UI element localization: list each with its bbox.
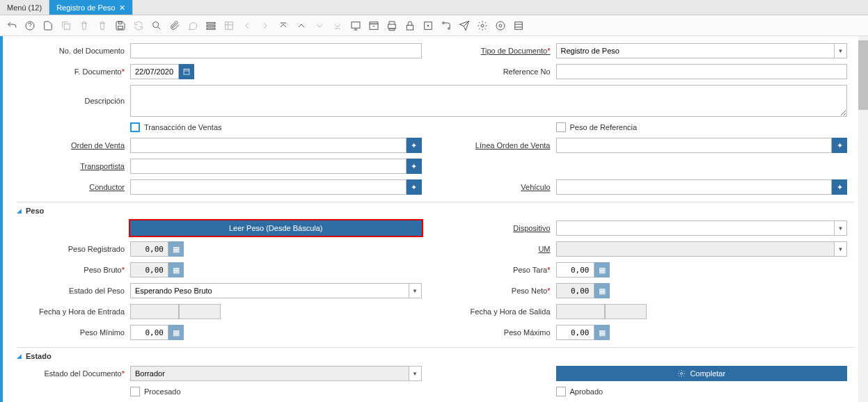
input-device[interactable] [556, 220, 835, 236]
input-vehicle[interactable] [556, 179, 833, 195]
chat-icon[interactable] [187, 19, 199, 32]
copy-icon[interactable] [60, 19, 72, 32]
tab-registro-peso[interactable]: Registro de Peso × [49, 0, 133, 15]
save-icon[interactable] [114, 19, 127, 32]
lookup-icon[interactable]: ✦ [407, 159, 422, 174]
lookup-icon[interactable]: ✦ [832, 138, 847, 153]
delete2-icon[interactable] [96, 19, 109, 32]
scrollbar[interactable] [858, 36, 868, 402]
label-doc-type[interactable]: Tipo de Documento* [443, 47, 551, 55]
input-shipper[interactable] [130, 159, 407, 174]
calc-icon[interactable]: ▦ [594, 262, 610, 278]
label-order[interactable]: Orden de Venta [17, 141, 125, 150]
input-in-date [130, 304, 179, 319]
first-icon[interactable] [277, 19, 290, 32]
refresh-icon[interactable] [132, 19, 145, 32]
chk-ref-weight[interactable] [556, 122, 566, 132]
help-icon[interactable] [24, 19, 36, 32]
chevron-down-icon[interactable]: ▼ [835, 241, 847, 257]
chevron-down-icon[interactable]: ▼ [835, 220, 847, 236]
label-device[interactable]: Dispositivo [443, 224, 551, 232]
undo-icon[interactable] [6, 19, 18, 32]
scrollbar-thumb[interactable] [858, 40, 868, 110]
input-tare[interactable] [556, 262, 594, 278]
svg-point-4 [153, 22, 159, 27]
calendar-icon[interactable] [179, 64, 194, 79]
svg-point-14 [448, 27, 450, 29]
process-icon[interactable] [494, 19, 507, 32]
collapse-icon: ◢ [17, 353, 22, 360]
calc-icon[interactable]: ▦ [168, 325, 184, 340]
down-icon[interactable] [313, 19, 326, 32]
label-processed: Procesado [144, 387, 181, 396]
label-reg-weight: Peso Registrado [17, 245, 125, 253]
input-order-line[interactable] [556, 138, 833, 153]
grid2-icon[interactable] [223, 19, 235, 32]
label-vehicle[interactable]: Vehículo [443, 183, 551, 191]
lookup-icon[interactable]: ✦ [832, 179, 847, 195]
lookup-icon[interactable]: ✦ [407, 179, 422, 195]
tab-bar: Menú (12) Registro de Peso × [0, 0, 868, 15]
chk-approved [556, 387, 566, 396]
next-icon[interactable] [259, 19, 271, 32]
section-peso[interactable]: ◢ Peso [17, 207, 854, 215]
report-icon[interactable] [349, 19, 362, 32]
workflow-icon[interactable] [440, 19, 452, 32]
input-weight-status[interactable] [130, 283, 409, 298]
input-um [556, 241, 835, 257]
send-icon[interactable] [458, 19, 471, 32]
label-um[interactable]: UM [443, 245, 551, 253]
input-max[interactable] [556, 325, 594, 340]
csv-icon[interactable] [512, 19, 525, 32]
input-order[interactable] [130, 138, 407, 153]
label-order-line[interactable]: Línea Orden de Venta [443, 141, 551, 150]
chevron-down-icon[interactable]: ▼ [409, 366, 422, 381]
svg-rect-10 [370, 24, 378, 29]
btn-complete[interactable]: Completar [556, 366, 848, 381]
calc-icon[interactable]: ▦ [594, 283, 610, 298]
prev-icon[interactable] [241, 19, 253, 32]
calc-icon[interactable]: ▦ [168, 262, 184, 278]
chevron-down-icon[interactable]: ▼ [409, 283, 422, 298]
tab-menu[interactable]: Menú (12) [0, 0, 49, 15]
input-net [556, 283, 594, 298]
input-out-time [605, 304, 647, 319]
grid-icon[interactable] [205, 19, 217, 32]
new-icon[interactable] [42, 19, 54, 32]
svg-rect-8 [226, 22, 233, 29]
label-tare: Peso Tara* [443, 266, 551, 274]
label-net: Peso Neto* [443, 287, 551, 295]
input-min[interactable] [130, 325, 168, 340]
lookup-icon[interactable]: ✦ [407, 138, 422, 153]
input-doc-no[interactable] [130, 43, 422, 58]
input-doc-type[interactable] [556, 43, 835, 58]
delete-icon[interactable] [78, 19, 90, 32]
gear-icon[interactable] [476, 19, 489, 32]
label-shipper[interactable]: Transportista [17, 162, 125, 170]
zoom-icon[interactable] [422, 19, 434, 32]
label-approved: Aprobado [570, 387, 603, 396]
calc-icon[interactable]: ▦ [168, 241, 184, 257]
last-icon[interactable] [331, 19, 344, 32]
svg-rect-18 [515, 22, 523, 29]
search-icon[interactable] [150, 19, 163, 32]
chk-sales-txn[interactable] [130, 122, 140, 132]
btn-read-weight[interactable]: Leer Peso (Desde Báscula) [130, 220, 422, 236]
lock-icon[interactable] [404, 19, 416, 32]
chk-processed [130, 387, 140, 396]
up-icon[interactable] [295, 19, 308, 32]
input-ref-no[interactable] [556, 64, 848, 79]
input-reg-weight [130, 241, 168, 257]
svg-rect-11 [407, 25, 413, 30]
input-description[interactable] [130, 85, 847, 117]
section-estado[interactable]: ◢ Estado [17, 352, 854, 360]
chevron-down-icon[interactable]: ▼ [835, 43, 847, 58]
print-icon[interactable] [386, 19, 398, 32]
close-icon[interactable]: × [120, 4, 125, 11]
calc-icon[interactable]: ▦ [594, 325, 610, 340]
attach-icon[interactable] [168, 19, 181, 32]
input-doc-date[interactable] [130, 64, 179, 79]
label-driver[interactable]: Conductor [17, 183, 125, 191]
input-driver[interactable] [130, 179, 407, 195]
archive-icon[interactable] [368, 19, 380, 32]
